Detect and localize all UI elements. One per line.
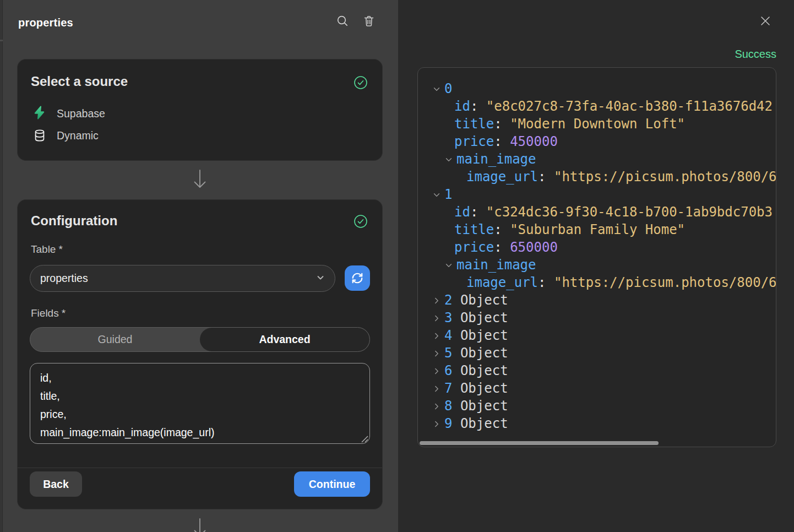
json-colon: : (494, 133, 510, 150)
json-object-label: Object (452, 397, 508, 415)
json-row: main_image (418, 256, 776, 274)
json-key: 6 (444, 362, 452, 379)
json-object-label: Object (452, 327, 508, 344)
json-key: 7 (444, 379, 452, 397)
json-key: 9 (444, 415, 452, 432)
json-key: image_url (466, 168, 538, 186)
chevron-right-icon[interactable] (432, 330, 441, 340)
chevron-down-icon[interactable] (444, 154, 453, 164)
json-row: 9 Object (418, 415, 776, 432)
chevron-right-icon[interactable] (432, 313, 441, 323)
left-edge-divider (0, 0, 3, 532)
source-item-label: Dynamic (57, 129, 99, 142)
json-key: 4 (444, 327, 452, 344)
chevron-right-icon[interactable] (432, 383, 441, 393)
json-key: id (454, 203, 470, 221)
search-icon[interactable] (336, 14, 349, 28)
close-icon[interactable] (758, 14, 773, 28)
json-key: price (454, 133, 494, 150)
config-panel: properties Select a source Supabase Dyna… (0, 0, 398, 532)
json-row: 7 Object (418, 379, 776, 397)
json-row: id: "c324dc36-9f30-4c18-b700-1ab9bdc70b3 (418, 203, 776, 221)
fields-mode-toggle: Guided Advanced (30, 327, 370, 352)
continue-button[interactable]: Continue (294, 471, 370, 497)
json-key: main_image (456, 256, 536, 274)
json-key: 5 (444, 344, 452, 362)
json-row: image_url: "https://picsum.photos/800/6 (418, 274, 776, 291)
json-key: 3 (444, 309, 452, 327)
table-field-label: Table* (31, 243, 63, 256)
chevron-down-icon[interactable] (432, 189, 441, 199)
source-item-label: Supabase (57, 107, 105, 120)
fields-query-textarea[interactable]: id, title, price, main_image:main_image(… (30, 363, 370, 444)
json-object-label: Object (452, 309, 508, 327)
json-colon: : (494, 115, 510, 133)
json-result-viewer: 0id: "e8c027c8-73fa-40ac-b380-f11a3676d4… (417, 67, 776, 447)
json-row: id: "e8c027c8-73fa-40ac-b380-f11a3676d42 (418, 97, 776, 115)
json-row: 4 Object (418, 327, 776, 344)
json-colon: : (470, 203, 486, 221)
json-row: price: 650000 (418, 238, 776, 256)
json-row: 1 (418, 186, 776, 203)
json-key: 2 (444, 291, 452, 309)
trash-icon[interactable] (362, 14, 376, 28)
refresh-tables-button[interactable] (345, 265, 370, 291)
json-key: 1 (444, 186, 452, 203)
source-item-supabase[interactable]: Supabase (32, 105, 105, 122)
horizontal-scrollbar[interactable] (420, 441, 659, 445)
json-tree: 0id: "e8c027c8-73fa-40ac-b380-f11a3676d4… (418, 80, 776, 432)
table-select-dropdown[interactable]: properties (30, 265, 335, 292)
json-object-label: Object (452, 344, 508, 362)
chevron-down-icon[interactable] (444, 260, 453, 270)
tab-guided[interactable]: Guided (30, 328, 200, 351)
json-key: image_url (466, 274, 538, 291)
json-value: "c324dc36-9f30-4c18-b700-1ab9bdc70b3 (486, 203, 773, 221)
json-colon: : (494, 238, 510, 256)
json-object-label: Object (452, 415, 508, 432)
page-title: properties (18, 17, 73, 29)
status-badge: Success (735, 48, 776, 61)
table-select-value: properties (40, 272, 316, 285)
flow-down-arrow-icon (192, 169, 208, 189)
json-row: image_url: "https://picsum.photos/800/6 (418, 168, 776, 186)
source-card-title: Select a source (31, 74, 128, 89)
source-item-dynamic[interactable]: Dynamic (32, 127, 99, 144)
json-value: "https://picsum.photos/800/6 (554, 274, 776, 291)
configuration-card: Configuration Table* properties Fields* … (17, 199, 383, 509)
textarea-resize-handle[interactable] (361, 435, 368, 442)
tab-advanced[interactable]: Advanced (200, 328, 369, 351)
check-circle-icon (354, 75, 368, 90)
chevron-down-icon (316, 273, 325, 284)
chevron-right-icon[interactable] (432, 401, 441, 411)
json-row: 6 Object (418, 362, 776, 379)
json-object-label: Object (452, 379, 508, 397)
json-row: main_image (418, 150, 776, 168)
json-colon: : (470, 97, 486, 115)
chevron-right-icon[interactable] (432, 419, 441, 428)
json-key: 8 (444, 397, 452, 415)
database-icon (32, 129, 47, 142)
back-button[interactable]: Back (30, 471, 82, 497)
json-row: 0 (418, 80, 776, 97)
json-key: id (454, 97, 470, 115)
json-row: 3 Object (418, 309, 776, 327)
select-source-card: Select a source Supabase Dynamic (17, 59, 383, 161)
json-key: title (454, 221, 494, 238)
fields-field-label: Fields* (31, 307, 66, 319)
json-value: 450000 (510, 133, 558, 150)
chevron-right-icon[interactable] (432, 295, 441, 305)
json-object-label: Object (452, 362, 508, 379)
card-footer-divider (18, 468, 382, 468)
check-circle-icon (354, 214, 368, 229)
json-value: "Modern Downtown Loft" (510, 115, 685, 133)
chevron-right-icon[interactable] (432, 348, 441, 358)
flow-down-arrow-icon (192, 517, 208, 532)
refresh-icon (351, 272, 363, 284)
json-colon: : (538, 168, 554, 186)
chevron-down-icon[interactable] (432, 84, 441, 94)
json-value: "https://picsum.photos/800/6 (554, 168, 776, 186)
json-colon: : (538, 274, 554, 291)
chevron-right-icon[interactable] (432, 366, 441, 376)
json-row: title: "Modern Downtown Loft" (418, 115, 776, 133)
json-value: "e8c027c8-73fa-40ac-b380-f11a3676d42 (486, 97, 773, 115)
